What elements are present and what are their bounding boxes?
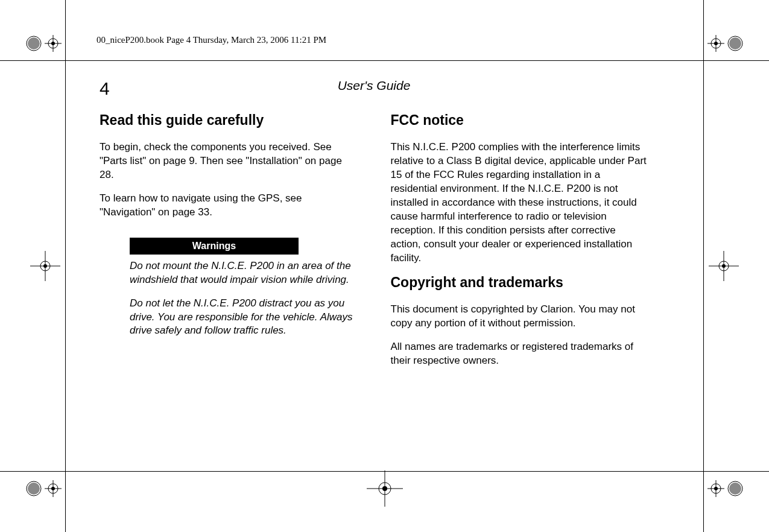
guide-title: User's Guide — [338, 78, 411, 93]
body-paragraph: All names are trademarks or registered t… — [391, 340, 649, 368]
warning-paragraph: Do not mount the N.I.C.E. P200 in an are… — [130, 259, 358, 287]
warning-header: Warnings — [130, 238, 299, 255]
registration-mark-icon — [707, 470, 744, 507]
body-paragraph: To learn how to navigate using the GPS, … — [100, 192, 358, 220]
body-paragraph: This N.I.C.E. P200 complies with the int… — [391, 141, 649, 265]
svg-point-11 — [714, 42, 718, 45]
crop-line-top — [0, 60, 769, 61]
registration-mark-icon — [707, 25, 744, 62]
crop-line-right — [703, 0, 704, 532]
crop-line-left — [65, 0, 66, 532]
left-column: Read this guide carefully To begin, chec… — [100, 112, 358, 378]
warning-box: Warnings Do not mount the N.I.C.E. P200 … — [130, 238, 358, 338]
warning-paragraph: Do not let the N.I.C.E. P200 distract yo… — [130, 297, 358, 338]
registration-mark-icon — [25, 25, 62, 62]
body-paragraph: To begin, check the components you recei… — [100, 141, 358, 182]
registration-mark-icon — [367, 470, 403, 507]
svg-point-17 — [51, 487, 55, 490]
section-heading-fcc: FCC notice — [391, 112, 649, 128]
page-content: 4 User's Guide Read this guide carefully… — [100, 78, 648, 466]
svg-point-31 — [43, 264, 47, 268]
svg-point-5 — [51, 42, 55, 45]
svg-point-7 — [729, 37, 741, 49]
header-filename: 00_niceP200.book Page 4 Thursday, March … — [97, 35, 326, 45]
body-paragraph: This document is copyrighted by Clarion.… — [391, 303, 649, 331]
section-heading-copyright: Copyright and trademarks — [391, 274, 649, 291]
svg-point-35 — [722, 264, 726, 268]
registration-mark-icon — [709, 251, 739, 281]
registration-mark-icon — [30, 251, 60, 281]
svg-point-19 — [729, 483, 741, 495]
registration-mark-icon — [25, 470, 62, 507]
svg-point-13 — [28, 483, 40, 495]
right-column: FCC notice This N.I.C.E. P200 complies w… — [391, 112, 649, 378]
page-number: 4 — [100, 78, 110, 99]
svg-point-1 — [28, 37, 40, 49]
svg-point-23 — [714, 487, 718, 490]
section-heading-read-guide: Read this guide carefully — [100, 112, 358, 128]
svg-point-27 — [382, 486, 387, 491]
